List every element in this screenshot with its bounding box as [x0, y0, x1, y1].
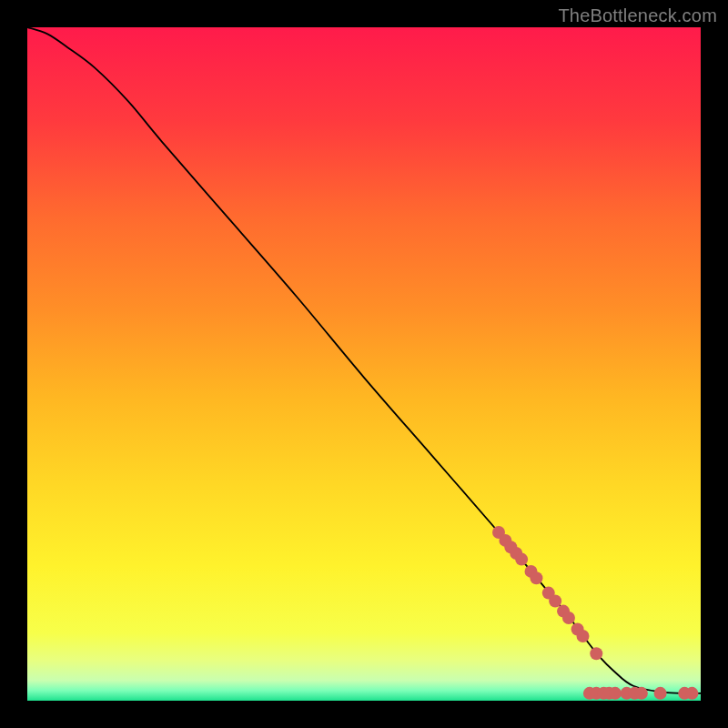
chart-stage: TheBottleneck.com: [0, 0, 728, 728]
plot-area: [27, 27, 701, 701]
highlight-point: [515, 553, 528, 566]
highlight-point: [549, 594, 561, 607]
watermark-text: TheBottleneck.com: [558, 5, 717, 26]
highlight-point: [590, 647, 602, 660]
highlight-point: [635, 687, 648, 700]
highlight-point: [562, 612, 575, 624]
plot-svg: [27, 27, 701, 701]
highlight-point: [530, 571, 542, 584]
highlight-point: [654, 687, 667, 700]
highlight-point: [609, 687, 622, 700]
highlight-point: [685, 687, 698, 700]
gradient-background: [27, 27, 701, 701]
highlight-point: [577, 630, 590, 642]
